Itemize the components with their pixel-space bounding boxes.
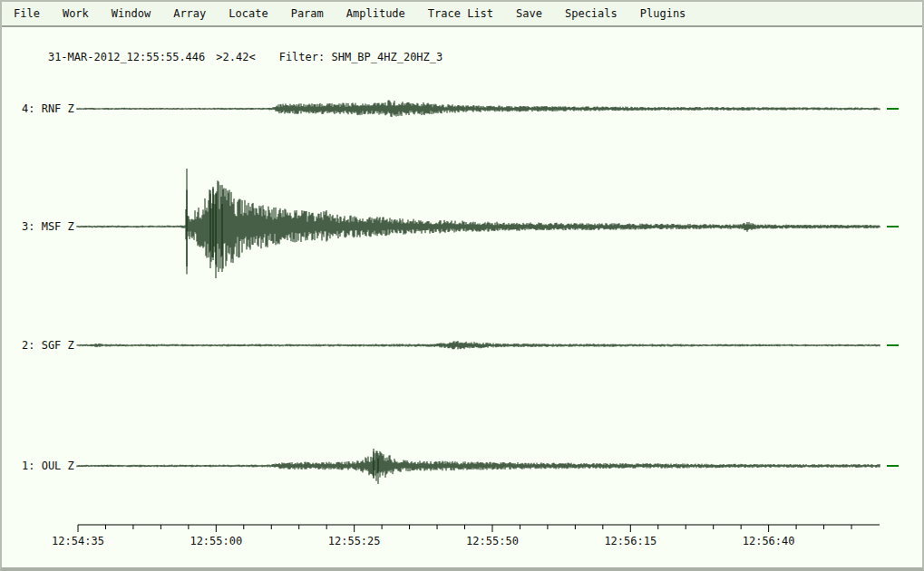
waveform-trace-msf-z[interactable]	[77, 169, 880, 278]
time-tick-label: 12:54:35	[52, 535, 104, 547]
time-tick-label: 12:55:25	[328, 535, 381, 547]
waveform-trace-rnf-z[interactable]	[77, 100, 880, 117]
waveform-trace-sgf-z[interactable]	[77, 341, 880, 349]
time-tick-label: 12:55:00	[190, 535, 242, 547]
seismogram-plot[interactable]: 12:54:3512:55:0012:55:2512:55:5012:56:15…	[2, 2, 924, 571]
shm-main-window: File Work Window Array Locate Param Ampl…	[0, 0, 924, 571]
time-tick-label: 12:55:50	[466, 535, 519, 547]
waveform-trace-oul-z[interactable]	[77, 449, 880, 484]
time-tick-label: 12:56:15	[604, 535, 657, 547]
time-tick-label: 12:56:40	[743, 535, 795, 547]
